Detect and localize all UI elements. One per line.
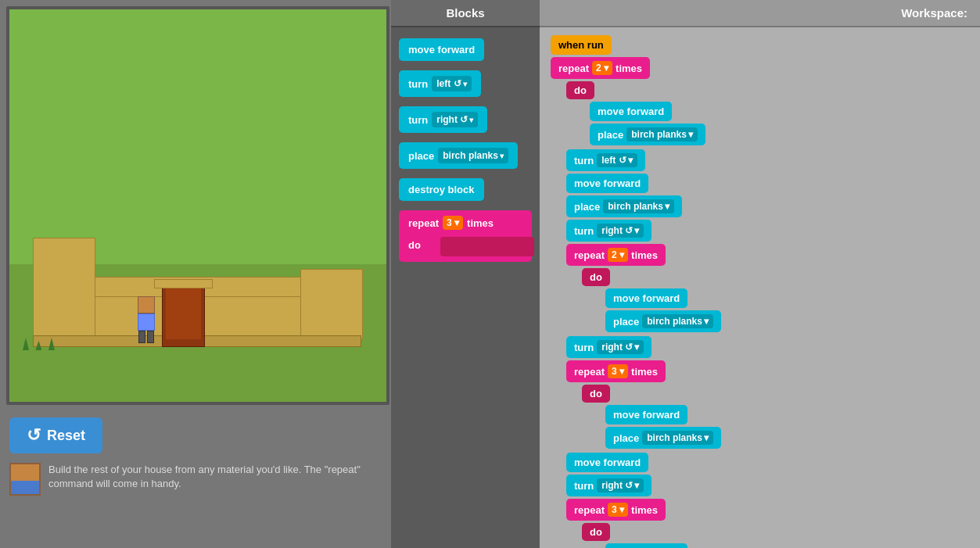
- ws-move1[interactable]: move forward: [590, 102, 969, 121]
- repeat2-num[interactable]: 2 ▾: [608, 248, 628, 262]
- workspace-header: Workspace:: [540, 0, 980, 27]
- block-place[interactable]: place birch planks ▾: [399, 142, 518, 169]
- reset-button[interactable]: ↺ Reset: [9, 417, 102, 453]
- repeat3-num[interactable]: 3 ▾: [608, 364, 628, 378]
- ws-repeat2[interactable]: repeat 2 ▾ times: [566, 244, 969, 266]
- hint-text: Build the rest of your house from any ma…: [48, 463, 382, 491]
- ws-move5[interactable]: move forward: [566, 453, 969, 472]
- ws-place3[interactable]: place birch planks ▾: [605, 310, 969, 332]
- ws-turn-left1[interactable]: turn left ↺ ▾: [566, 149, 969, 171]
- ws-move2[interactable]: move forward: [566, 174, 969, 193]
- ws-place1[interactable]: place birch planks ▾: [590, 124, 969, 145]
- ws-move3[interactable]: move forward: [605, 288, 969, 308]
- ws-turn-left1-dropdown[interactable]: left ↺ ▾: [597, 153, 637, 167]
- ws-do4-label: do: [582, 523, 969, 541]
- workspace-panel: Workspace: when run repeat 2 ▾ times do …: [540, 0, 980, 548]
- turn-left-dropdown[interactable]: left ↺ ▾: [432, 76, 471, 91]
- ws-turn-right1[interactable]: turn right ↺ ▾: [566, 220, 969, 242]
- repeat4-num[interactable]: 3 ▾: [608, 503, 628, 517]
- hint-area: Build the rest of your house from any ma…: [0, 460, 391, 502]
- blocks-panel: Blocks move forward turn left ↺ ▾ turn r…: [391, 0, 540, 548]
- ws-do3-label: do: [582, 385, 969, 403]
- blocks-header: Blocks: [391, 0, 540, 27]
- ws-turn-right2-dropdown[interactable]: right ↺ ▾: [597, 340, 644, 354]
- ws-place1-dropdown[interactable]: birch planks ▾: [626, 127, 698, 141]
- repeat-num[interactable]: 3 ▾: [443, 216, 463, 230]
- repeat-do-slot: [440, 237, 534, 256]
- ws-place4-dropdown[interactable]: birch planks ▾: [642, 431, 713, 445]
- ws-place2[interactable]: place birch planks ▾: [566, 195, 969, 217]
- left-panel: ↺ Reset Build the rest of your house fro…: [0, 0, 391, 548]
- ws-when-run[interactable]: when run: [551, 35, 612, 55]
- block-move-forward[interactable]: move forward: [399, 38, 484, 61]
- player-character: [131, 296, 162, 343]
- ws-move6[interactable]: move forward: [605, 543, 969, 548]
- repeat1-num[interactable]: 2 ▾: [592, 61, 612, 75]
- ws-repeat4[interactable]: repeat 3 ▾ times: [566, 499, 969, 521]
- reset-icon: ↺: [27, 425, 41, 446]
- ws-repeat3[interactable]: repeat 3 ▾ times: [566, 360, 969, 382]
- ws-do2-label: do: [582, 268, 969, 286]
- ws-repeat1[interactable]: repeat 2 ▾ times: [551, 57, 969, 79]
- ws-move4[interactable]: move forward: [605, 405, 969, 424]
- block-turn-right[interactable]: turn right ↺ ▾: [399, 106, 487, 133]
- hint-avatar: [9, 463, 41, 496]
- ws-turn-right3-dropdown[interactable]: right ↺ ▾: [597, 478, 644, 492]
- ws-place2-dropdown[interactable]: birch planks ▾: [603, 199, 674, 213]
- place-material-dropdown[interactable]: birch planks ▾: [438, 148, 508, 163]
- ws-place4[interactable]: place birch planks ▾: [605, 427, 969, 449]
- reset-area: ↺ Reset: [0, 411, 391, 460]
- ws-place3-dropdown[interactable]: birch planks ▾: [642, 314, 713, 328]
- block-repeat[interactable]: repeat 3 ▾ times do: [399, 210, 532, 262]
- game-viewport: [6, 6, 389, 405]
- block-turn-left[interactable]: turn left ↺ ▾: [399, 70, 481, 97]
- ws-do1-label: do: [566, 81, 969, 99]
- block-destroy[interactable]: destroy block: [399, 178, 484, 201]
- turn-right-dropdown[interactable]: right ↺ ▾: [432, 112, 478, 127]
- ws-turn-right3[interactable]: turn right ↺ ▾: [566, 475, 969, 496]
- workspace-content[interactable]: when run repeat 2 ▾ times do move forwar…: [540, 27, 980, 548]
- ws-turn-right1-dropdown[interactable]: right ↺ ▾: [597, 224, 644, 238]
- ws-turn-right2[interactable]: turn right ↺ ▾: [566, 336, 969, 358]
- reset-button-label: Reset: [47, 428, 85, 444]
- blocks-list: move forward turn left ↺ ▾ turn right ↺ …: [391, 27, 540, 273]
